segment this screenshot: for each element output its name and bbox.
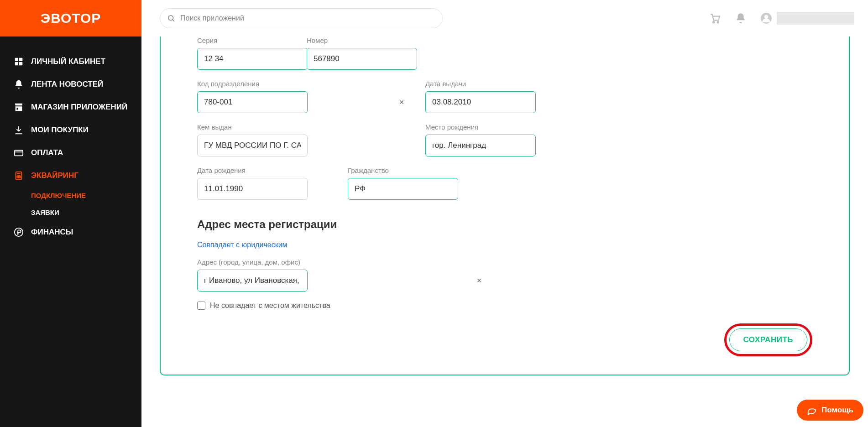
sidebar-label: МОИ ПОКУПКИ: [31, 125, 89, 135]
svg-rect-8: [15, 62, 18, 65]
user-icon: [760, 12, 772, 24]
citizenship-label: Гражданство: [348, 167, 485, 174]
svg-point-0: [168, 16, 173, 21]
sidebar-sub-requests[interactable]: ЗАЯВКИ: [0, 204, 141, 221]
birth-date-input[interactable]: [197, 178, 308, 200]
save-button[interactable]: СОХРАНИТЬ: [729, 328, 808, 351]
user-name-masked: [777, 12, 854, 25]
grid-icon: [14, 57, 24, 67]
sidebar-item-cabinet[interactable]: ЛИЧНЫЙ КАБИНЕТ: [0, 50, 141, 73]
issue-date-label: Дата выдачи: [425, 80, 562, 88]
card-icon: [14, 148, 24, 158]
chat-icon: [807, 405, 817, 415]
help-button[interactable]: Помощь: [797, 400, 863, 421]
issued-by-label: Кем выдан: [197, 123, 412, 131]
sidebar-label: ЛИЧНЫЙ КАБИНЕТ: [31, 57, 105, 66]
svg-rect-7: [19, 58, 22, 61]
store-icon: [14, 102, 24, 112]
number-label: Номер: [307, 36, 403, 44]
header-right: [709, 12, 868, 25]
series-input[interactable]: [197, 48, 308, 70]
issue-date-input[interactable]: [425, 91, 536, 113]
svg-line-1: [173, 20, 174, 21]
birth-place-label: Место рождения: [425, 123, 640, 131]
svg-rect-6: [15, 58, 18, 61]
series-label: Серия: [197, 36, 293, 44]
not-same-residence-label[interactable]: Не совпадает с местом жительства: [210, 302, 330, 310]
svg-point-5: [764, 15, 769, 19]
bell-icon: [14, 79, 24, 89]
ruble-icon: [14, 227, 24, 237]
sidebar-item-payment[interactable]: ОПЛАТА: [0, 141, 141, 164]
birth-date-label: Дата рождения: [197, 167, 334, 174]
same-as-legal-link[interactable]: Совпадает с юридическим: [197, 241, 288, 249]
dept-code-label: Код подразделения: [197, 80, 412, 88]
clear-icon[interactable]: ×: [397, 98, 406, 107]
terminal-icon: [14, 171, 24, 181]
sidebar: ЛИЧНЫЙ КАБИНЕТ ЛЕНТА НОВОСТЕЙ МАГАЗИН ПР…: [0, 36, 141, 427]
user-menu[interactable]: [760, 12, 854, 25]
number-input[interactable]: [307, 48, 417, 70]
sidebar-label: ФИНАНСЫ: [31, 228, 73, 237]
sidebar-label: ЛЕНТА НОВОСТЕЙ: [31, 80, 103, 89]
not-same-residence-checkbox[interactable]: [197, 302, 205, 310]
svg-rect-9: [19, 62, 22, 65]
save-highlight: СОХРАНИТЬ: [724, 323, 813, 356]
sidebar-item-acquiring[interactable]: ЭКВАЙРИНГ: [0, 164, 141, 187]
address-input[interactable]: [197, 270, 308, 292]
svg-point-2: [713, 21, 714, 23]
dept-code-input[interactable]: [197, 91, 308, 113]
sidebar-item-finance[interactable]: ФИНАНСЫ: [0, 221, 141, 244]
clear-icon[interactable]: ×: [475, 276, 484, 285]
help-label: Помощь: [821, 406, 853, 415]
sidebar-item-purchases[interactable]: МОИ ПОКУПКИ: [0, 119, 141, 141]
search-input[interactable]: [160, 8, 443, 28]
sidebar-sub-connect[interactable]: ПОДКЛЮЧЕНИЕ: [0, 187, 141, 204]
svg-rect-10: [15, 151, 23, 156]
cart-icon[interactable]: [709, 12, 721, 24]
logo[interactable]: ЭВОТОР: [0, 0, 141, 36]
sidebar-label: ОПЛАТА: [31, 148, 63, 157]
svg-rect-15: [17, 177, 18, 178]
sidebar-label: МАГАЗИН ПРИЛОЖЕНИЙ: [31, 103, 127, 112]
bell-icon[interactable]: [735, 12, 747, 24]
form-card: Серия Номер Код подразделения × Дата выд…: [160, 36, 850, 375]
sidebar-item-store[interactable]: МАГАЗИН ПРИЛОЖЕНИЙ: [0, 96, 141, 119]
issued-by-input[interactable]: [197, 135, 308, 156]
sidebar-item-news[interactable]: ЛЕНТА НОВОСТЕЙ: [0, 73, 141, 96]
sidebar-label: ЭКВАЙРИНГ: [31, 171, 78, 180]
search-wrap: [160, 8, 443, 28]
citizenship-input[interactable]: [348, 178, 458, 200]
svg-point-3: [717, 21, 719, 23]
header: ЭВОТОР: [0, 0, 868, 36]
svg-rect-16: [19, 177, 21, 178]
search-icon: [167, 14, 175, 22]
download-icon: [14, 125, 24, 135]
address-label: Адрес (город, улица, дом, офис): [197, 258, 489, 266]
address-section-title: Адрес места регистрации: [197, 218, 812, 231]
main: Серия Номер Код подразделения × Дата выд…: [141, 36, 868, 427]
birth-place-input[interactable]: [425, 135, 536, 156]
